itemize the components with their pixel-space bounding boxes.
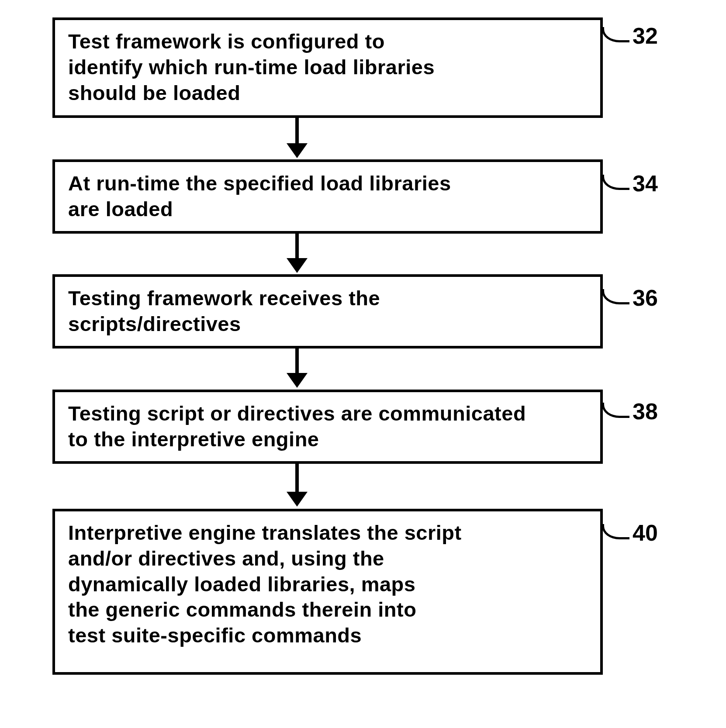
label-34: 34 [633, 170, 658, 197]
connector-36 [602, 289, 629, 304]
flow-box-38: Testing script or directives are communi… [52, 390, 603, 464]
flow-box-32: Test framework is configured to identify… [52, 17, 603, 118]
label-40: 40 [633, 520, 658, 546]
connector-38 [602, 403, 629, 418]
connector-40 [602, 524, 629, 539]
connector-34 [602, 175, 629, 190]
flow-box-34-text: At run-time the specified load libraries… [68, 171, 451, 222]
label-38: 38 [633, 398, 658, 424]
flow-box-38-text: Testing script or directives are communi… [68, 401, 526, 452]
flowchart-canvas: Test framework is configured to identify… [0, 0, 726, 728]
flow-box-40: Interpretive engine translates the scrip… [52, 509, 603, 675]
flow-box-40-text: Interpretive engine translates the scrip… [68, 520, 462, 649]
label-32: 32 [633, 23, 658, 49]
label-36: 36 [633, 285, 658, 311]
flow-box-34: At run-time the specified load libraries… [52, 159, 603, 234]
connector-32 [602, 27, 629, 42]
flow-box-32-text: Test framework is configured to identify… [68, 29, 435, 106]
flow-box-36: Testing framework receives the scripts/d… [52, 274, 603, 348]
flow-box-36-text: Testing framework receives the scripts/d… [68, 286, 380, 337]
